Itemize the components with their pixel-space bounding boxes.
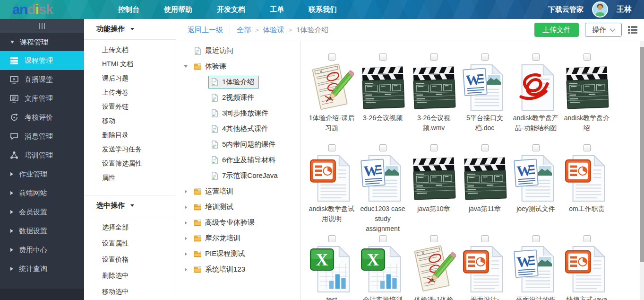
top-menu-item[interactable]: 开发文档 <box>205 0 258 19</box>
tree-caret[interactable] <box>183 237 189 240</box>
brand-logo[interactable]: andisk <box>0 2 84 18</box>
file-item[interactable]: om工作职责 <box>561 144 612 235</box>
tree-node[interactable]: 6作业及辅导材料 <box>176 152 300 168</box>
tree-node[interactable]: 7示范课CoreJava <box>176 168 300 184</box>
sidebar-item[interactable]: 文库管理 <box>0 89 84 108</box>
tree-node[interactable]: 4其他格式课件 <box>176 121 300 137</box>
file-item[interactable]: 会计实操培训 <box>357 235 408 300</box>
sidebar-group-item[interactable]: 前端网站 <box>0 184 84 203</box>
file-checkbox[interactable] <box>532 144 540 151</box>
selected-op-item[interactable]: 删除选中 <box>84 267 176 283</box>
tree-node[interactable]: PIE课程测试 <box>176 246 300 262</box>
function-ops-header[interactable]: 功能操作 <box>84 19 176 40</box>
file-item[interactable]: 3-26会议视频.wmv <box>408 53 459 144</box>
file-checkbox[interactable] <box>481 144 489 151</box>
tree-node[interactable]: 体验课 <box>176 59 300 74</box>
sidebar-group-item[interactable]: 费用中心 <box>0 240 84 259</box>
sidebar-item[interactable]: 直播课堂 <box>0 70 84 89</box>
sidebar-item[interactable]: 培训管理 <box>0 146 84 165</box>
tree-node[interactable]: 3同步播放课件 <box>176 106 300 121</box>
sidebar-group-course[interactable]: 课程管理 <box>0 33 84 51</box>
back-up-level-link[interactable]: 返回上一级 <box>188 26 223 35</box>
sidebar-group-item[interactable]: 会员设置 <box>0 203 84 221</box>
tree-caret[interactable] <box>183 221 189 225</box>
function-op-item[interactable]: 设置筛选属性 <box>84 156 176 170</box>
collapse-sidebar-button[interactable] <box>0 19 84 33</box>
file-checkbox[interactable] <box>532 53 540 61</box>
file-checkbox[interactable] <box>584 235 591 242</box>
file-item[interactable]: joey测试文件 <box>510 144 561 235</box>
file-item[interactable]: 5平台接口文档.doc <box>459 53 510 144</box>
sidebar-group-item[interactable]: 作业管理 <box>0 165 84 184</box>
sidebar-group-item[interactable]: 数据设置 <box>0 221 84 240</box>
file-checkbox[interactable] <box>532 235 540 242</box>
file-checkbox[interactable] <box>328 144 335 151</box>
tree-node[interactable]: 摩尔龙培训 <box>176 230 300 246</box>
function-op-item[interactable]: 上传考卷 <box>84 85 176 99</box>
file-item[interactable]: java第11章 <box>459 144 510 235</box>
tree-node[interactable]: 培训测试 <box>176 199 300 215</box>
file-item[interactable]: andisk教学盘产品-功能结构图 <box>510 53 561 144</box>
sidebar-item[interactable]: 课程管理 <box>0 51 84 70</box>
selected-op-item[interactable]: 选择全部 <box>84 219 176 235</box>
file-checkbox[interactable] <box>430 53 438 61</box>
download-cloud-link[interactable]: 下载云管家 <box>548 5 584 14</box>
sidebar-group-item[interactable]: 统计查询 <box>0 259 84 278</box>
file-checkbox[interactable] <box>584 53 591 61</box>
file-checkbox[interactable] <box>481 53 489 61</box>
file-item[interactable]: andisk教学盘介绍 <box>561 53 612 144</box>
function-op-item[interactable]: 发送学习任务 <box>84 142 176 156</box>
scrollbar-thumb[interactable] <box>640 47 644 262</box>
top-menu-item[interactable]: 工单 <box>258 0 296 19</box>
selected-op-item[interactable]: 设置属性 <box>84 235 176 251</box>
top-menu-item[interactable]: 使用帮助 <box>152 0 205 19</box>
sidebar-item[interactable]: 消息管理 <box>0 127 84 146</box>
function-op-item[interactable]: 删除目录 <box>84 128 176 142</box>
file-checkbox[interactable] <box>328 53 335 61</box>
file-checkbox[interactable] <box>584 144 591 151</box>
function-op-item[interactable]: 设置外链 <box>84 99 176 114</box>
function-op-item[interactable]: HTML文档 <box>84 57 176 71</box>
file-checkbox[interactable] <box>379 53 386 61</box>
file-item[interactable]: 平面设计的作 <box>510 235 561 300</box>
upload-file-button[interactable]: 上传文件 <box>534 23 579 37</box>
view-toggle-button[interactable] <box>628 26 637 34</box>
selected-op-item[interactable]: 移动选中 <box>84 283 176 300</box>
tree-caret[interactable] <box>183 190 189 194</box>
top-menu-item[interactable]: 联系我们 <box>296 0 349 19</box>
file-item[interactable]: 快捷方式-java <box>561 235 612 300</box>
file-item[interactable]: 平面设计- <box>459 235 510 300</box>
file-checkbox[interactable] <box>481 235 489 242</box>
file-item[interactable]: 体验课-1体验 <box>408 235 459 300</box>
file-item[interactable]: test <box>306 235 357 300</box>
tree-node[interactable]: 5内带问题的课件 <box>176 137 300 152</box>
tree-caret[interactable] <box>183 268 189 272</box>
tree-caret[interactable] <box>183 205 189 209</box>
tree-node[interactable]: 高级专业体验课 <box>176 215 300 230</box>
function-op-item[interactable]: 移动 <box>84 114 176 128</box>
file-item[interactable]: java第10章 <box>408 144 459 235</box>
tree-caret[interactable] <box>183 65 189 68</box>
tree-caret[interactable] <box>183 252 189 256</box>
function-op-item[interactable]: 属性 <box>84 170 176 185</box>
tree-node[interactable]: 系统培训123 <box>176 262 300 277</box>
file-checkbox[interactable] <box>379 144 386 151</box>
file-item[interactable]: educ1203 case study assignment <box>357 144 408 235</box>
tree-node[interactable]: 运营培训 <box>176 184 300 199</box>
file-item[interactable]: 1体验介绍-课后习题 <box>306 53 357 144</box>
user-name[interactable]: 王林 <box>617 5 632 15</box>
breadcrumb-all-link[interactable]: 全部 <box>237 26 251 35</box>
file-checkbox[interactable] <box>430 144 438 151</box>
user-avatar[interactable] <box>592 1 608 18</box>
file-checkbox[interactable] <box>328 235 335 242</box>
top-menu-item[interactable]: 控制台 <box>106 0 152 19</box>
action-dropdown-button[interactable]: 操作 <box>585 23 622 37</box>
function-op-item[interactable]: 课后习题 <box>84 71 176 85</box>
tree-node[interactable]: 2视频课件 <box>176 90 300 106</box>
file-checkbox[interactable] <box>430 235 438 242</box>
selected-op-item[interactable]: 设置价格 <box>84 251 176 267</box>
selected-ops-header[interactable]: 选中操作 <box>84 195 176 216</box>
sidebar-item[interactable]: 考核评价 <box>0 108 84 127</box>
file-checkbox[interactable] <box>379 235 386 242</box>
tree-node[interactable]: 1体验介绍 <box>176 74 300 90</box>
